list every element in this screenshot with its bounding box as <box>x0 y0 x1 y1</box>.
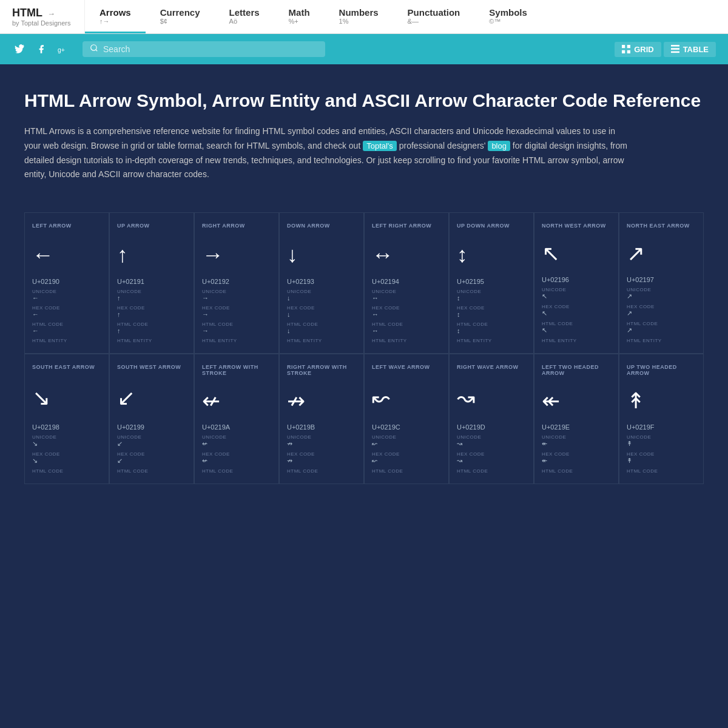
symbol-codes: U+0219E UNICODE ↞ HEX CODE ↞ HTML CODE <box>542 423 611 474</box>
html-label: HTML CODE <box>627 468 696 474</box>
symbol-name: NORTH EAST ARROW <box>627 223 690 229</box>
symbol-cell[interactable]: LEFT ARROW WITH STROKE ↚ U+0219A UNICODE… <box>194 354 279 484</box>
svg-text:g+: g+ <box>58 46 65 53</box>
html-value: ↜ <box>372 457 441 465</box>
hex-value: ↜ <box>372 440 441 448</box>
symbol-codes: U+02197 UNICODE ↗ HEX CODE ↗ HTML CODE ↗… <box>627 276 696 343</box>
unicode-label: UNICODE <box>627 434 696 440</box>
hex-value: ↛ <box>287 440 356 448</box>
unicode-label: UNICODE <box>32 434 101 440</box>
html-value: ↖ <box>542 309 611 317</box>
unicode-label: UNICODE <box>457 434 526 440</box>
nav-item-arrows[interactable]: Arrows ↑→ <box>85 0 146 33</box>
search-input[interactable] <box>103 44 318 54</box>
nav-item-currency[interactable]: Currency $¢ <box>146 0 215 33</box>
symbol-cell[interactable]: RIGHT ARROW → U+02192 UNICODE → HEX CODE… <box>194 212 279 354</box>
entity-label: HTML ENTITY <box>202 338 271 343</box>
unicode-value: U+02196 <box>542 276 611 283</box>
html-value: ↞ <box>542 457 611 465</box>
unicode-value: U+02190 <box>32 278 101 285</box>
page-description: HTML Arrows is a comprehensive reference… <box>24 124 631 182</box>
unicode-label: UNICODE <box>202 434 271 440</box>
search-icon <box>90 44 98 55</box>
symbol-name: RIGHT WAVE ARROW <box>457 364 519 370</box>
grid-view-button[interactable]: GRID <box>615 42 661 57</box>
nav-home[interactable]: HTML → by Toptal Designers <box>0 0 85 33</box>
hex-label: HEX CODE <box>372 451 441 457</box>
unicode-label: UNICODE <box>287 289 356 294</box>
hex-value: ↔ <box>372 294 441 302</box>
main-nav: HTML → by Toptal Designers Arrows ↑→ Cur… <box>0 0 728 34</box>
symbol-name: UP DOWN ARROW <box>457 223 510 229</box>
symbol-cell[interactable]: SOUTH WEST ARROW ↙ U+02199 UNICODE ↙ HEX… <box>109 354 194 484</box>
nav-item-symbols[interactable]: Symbols ©™ <box>474 0 542 33</box>
symbol-glyph: ← <box>32 241 101 268</box>
symbol-cell[interactable]: UP DOWN ARROW ↕ U+02195 UNICODE ↕ HEX CO… <box>449 212 534 354</box>
nav-item-math[interactable]: Math %+ <box>274 0 325 33</box>
symbol-name: LEFT RIGHT ARROW <box>372 223 431 229</box>
nav-item-letters[interactable]: Letters Aö <box>215 0 274 33</box>
symbol-cell[interactable]: NORTH EAST ARROW ↗ U+02197 UNICODE ↗ HEX… <box>619 212 704 354</box>
html-label: HTML CODE <box>202 322 271 327</box>
symbol-cell[interactable]: NORTH WEST ARROW ↖ U+02196 UNICODE ↖ HEX… <box>534 212 619 354</box>
symbol-cell[interactable]: SOUTH EAST ARROW ↘ U+02198 UNICODE ↘ HEX… <box>24 354 109 484</box>
html-value: ↓ <box>287 311 356 318</box>
symbol-glyph: ↑ <box>117 241 186 268</box>
toolbar: g+ GRID TABLE <box>0 34 728 64</box>
entity-value: ↑ <box>117 327 186 334</box>
twitter-icon[interactable] <box>12 42 27 56</box>
entity-label: HTML ENTITY <box>32 338 101 343</box>
symbol-name: SOUTH WEST ARROW <box>117 364 181 370</box>
symbol-cell[interactable]: LEFT TWO HEADED ARROW ↞ U+0219E UNICODE … <box>534 354 619 484</box>
nav-item-numbers[interactable]: Numbers 1% <box>325 0 393 33</box>
toptal-link[interactable]: Toptal's <box>363 141 397 151</box>
symbol-cell[interactable]: LEFT ARROW ← U+02190 UNICODE ← HEX CODE … <box>24 212 109 354</box>
symbol-name: RIGHT ARROW WITH STROKE <box>287 364 356 376</box>
symbol-glyph: ↘ <box>32 382 101 414</box>
facebook-icon[interactable] <box>34 42 49 56</box>
html-label: HTML CODE <box>372 468 441 474</box>
svg-rect-9 <box>671 52 679 53</box>
unicode-value: U+0219B <box>287 423 356 431</box>
google-plus-icon[interactable]: g+ <box>56 42 70 56</box>
symbol-name: LEFT ARROW <box>32 223 72 229</box>
symbol-cell[interactable]: UP ARROW ↑ U+02191 UNICODE ↑ HEX CODE ↑ … <box>109 212 194 354</box>
symbol-glyph: ↕ <box>457 241 526 268</box>
symbol-cell[interactable]: DOWN ARROW ↓ U+02193 UNICODE ↓ HEX CODE … <box>279 212 364 354</box>
hex-value: ↙ <box>117 440 186 448</box>
nav-home-sub: by Toptal Designers <box>12 19 72 27</box>
html-value: ← <box>32 311 101 318</box>
symbol-name: RIGHT ARROW <box>202 223 245 229</box>
symbol-cell[interactable]: LEFT RIGHT ARROW ↔ U+02194 UNICODE ↔ HEX… <box>364 212 449 354</box>
symbol-cell[interactable]: LEFT WAVE ARROW ↜ U+0219C UNICODE ↜ HEX … <box>364 354 449 484</box>
hex-value: ← <box>32 294 101 302</box>
html-label: HTML CODE <box>117 468 186 474</box>
html-label: HTML CODE <box>542 321 611 326</box>
symbol-cell[interactable]: RIGHT WAVE ARROW ↝ U+0219D UNICODE ↝ HEX… <box>449 354 534 484</box>
html-label: HTML CODE <box>32 322 101 327</box>
entity-label: HTML ENTITY <box>287 338 356 343</box>
hex-label: HEX CODE <box>117 451 186 457</box>
nav-item-punctuation[interactable]: Punctuation &— <box>393 0 475 33</box>
symbol-codes: U+02193 UNICODE ↓ HEX CODE ↓ HTML CODE ↓… <box>287 278 356 343</box>
unicode-label: UNICODE <box>372 434 441 440</box>
hex-label: HEX CODE <box>32 305 101 311</box>
hex-label: HEX CODE <box>117 305 186 311</box>
entity-label: HTML ENTITY <box>627 338 696 343</box>
unicode-label: UNICODE <box>117 289 186 294</box>
symbol-codes: U+02199 UNICODE ↙ HEX CODE ↙ HTML CODE <box>117 423 186 474</box>
table-view-button[interactable]: TABLE <box>664 42 716 57</box>
symbol-cell[interactable]: RIGHT ARROW WITH STROKE ↛ U+0219B UNICOD… <box>279 354 364 484</box>
symbol-codes: U+02196 UNICODE ↖ HEX CODE ↖ HTML CODE ↖… <box>542 276 611 343</box>
html-value: ↛ <box>287 457 356 465</box>
unicode-value: U+02191 <box>117 278 186 285</box>
symbol-glyph: ↟ <box>627 388 696 414</box>
symbol-cell[interactable]: UP TWO HEADED ARROW ↟ U+0219F UNICODE ↟ … <box>619 354 704 484</box>
symbol-glyph: ↖ <box>542 241 611 266</box>
blog-link[interactable]: blog <box>488 141 510 151</box>
symbol-name: UP TWO HEADED ARROW <box>627 364 696 376</box>
html-label: HTML CODE <box>542 468 611 474</box>
search-bar[interactable] <box>83 41 325 57</box>
hex-value: ↘ <box>32 440 101 448</box>
unicode-label: UNICODE <box>627 287 696 292</box>
